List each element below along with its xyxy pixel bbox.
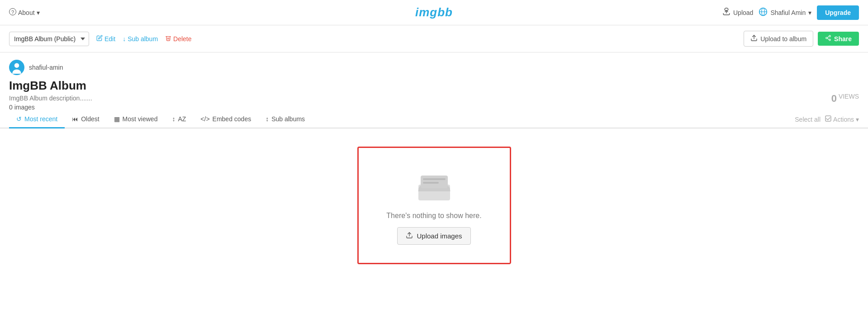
upgrade-button[interactable]: Upgrade <box>817 5 859 20</box>
user-button[interactable]: Shafiul Amin ▾ <box>759 7 811 18</box>
album-bar: ImgBB Album (Public) Edit ↓ Sub album <box>0 25 868 52</box>
actions-chevron-icon: ▾ <box>856 116 859 123</box>
album-bar-left: ImgBB Album (Public) Edit ↓ Sub album <box>9 32 192 46</box>
empty-state-message: There's nothing to show here. <box>386 212 481 220</box>
embed-icon: </> <box>200 115 209 123</box>
main-content: There's nothing to show here. Upload ima… <box>0 128 868 282</box>
empty-state-icon <box>414 166 455 204</box>
upload-images-button[interactable]: Upload images <box>397 227 470 245</box>
navbar: ? About ▾ imgbb Upload <box>0 0 868 25</box>
views-label: VIEWS <box>839 93 859 105</box>
edit-icon <box>96 35 103 43</box>
views-row: 0 VIEWS <box>0 93 868 105</box>
most-recent-icon: ↺ <box>16 115 22 123</box>
user-row: shafiul-amin <box>9 60 859 75</box>
most-viewed-icon: ▦ <box>114 115 120 123</box>
svg-point-8 <box>829 39 831 41</box>
svg-point-6 <box>829 35 831 37</box>
views-count: 0 <box>831 93 837 105</box>
tab-sub-albums[interactable]: ↕ Sub albums <box>258 111 312 128</box>
chevron-down-icon: ▾ <box>37 9 40 16</box>
upload-to-album-label: Upload to album <box>760 35 806 43</box>
tab-most-recent-label: Most recent <box>24 115 57 123</box>
upload-nav-label: Upload <box>733 9 753 16</box>
tab-most-viewed-label: Most viewed <box>123 115 158 123</box>
brand-logo: imgbb <box>415 5 453 19</box>
svg-rect-17 <box>423 178 446 180</box>
select-all-button[interactable]: Select all <box>795 116 821 123</box>
upgrade-label: Upgrade <box>825 9 851 16</box>
oldest-icon: ⏮ <box>72 115 78 123</box>
upload-to-album-button[interactable]: Upload to album <box>744 31 813 47</box>
user-label: Shafiul Amin <box>770 9 806 16</box>
navbar-left: ? About ▾ <box>9 8 40 17</box>
actions-button[interactable]: Actions ▾ <box>825 115 859 123</box>
album-bar-right: Upload to album Share <box>744 31 859 47</box>
edit-button[interactable]: Edit <box>96 35 115 43</box>
tab-az-label: AZ <box>178 115 186 123</box>
svg-point-12 <box>14 63 19 68</box>
tab-sub-albums-label: Sub albums <box>271 115 305 123</box>
svg-point-7 <box>826 37 828 39</box>
subalbum-label: Sub album <box>128 35 158 43</box>
az-icon: ↕ <box>172 115 175 123</box>
about-button[interactable]: ? About ▾ <box>9 8 40 17</box>
tab-oldest[interactable]: ⏮ Oldest <box>65 111 106 128</box>
empty-state-box: There's nothing to show here. Upload ima… <box>357 147 511 264</box>
tabs-left: ↺ Most recent ⏮ Oldest ▦ Most viewed ↕ A… <box>9 111 312 128</box>
tabs-right: Select all Actions ▾ <box>795 115 859 123</box>
album-select[interactable]: ImgBB Album (Public) <box>9 32 89 46</box>
tab-embed-codes[interactable]: </> Embed codes <box>193 111 258 128</box>
upload-nav-button[interactable]: Upload <box>722 8 753 17</box>
about-label: About <box>18 9 35 16</box>
sub-albums-icon: ↕ <box>266 115 269 123</box>
upload-images-icon <box>406 232 413 240</box>
delete-label: Delete <box>173 35 191 43</box>
upload-images-label: Upload images <box>417 232 462 240</box>
avatar <box>9 60 24 75</box>
tab-az[interactable]: ↕ AZ <box>165 111 193 128</box>
share-label: Share <box>834 35 852 43</box>
subalbum-icon: ↓ <box>123 35 126 43</box>
album-title: ImgBB Album <box>9 79 859 93</box>
navbar-center: imgbb <box>415 5 453 19</box>
upload-album-icon <box>750 34 758 43</box>
question-icon: ? <box>9 8 16 17</box>
subalbum-button[interactable]: ↓ Sub album <box>123 35 158 43</box>
tab-oldest-label: Oldest <box>81 115 99 123</box>
tab-most-viewed[interactable]: ▦ Most viewed <box>107 111 165 128</box>
svg-rect-18 <box>423 182 439 184</box>
svg-text:?: ? <box>11 10 14 15</box>
actions-label: Actions <box>833 116 854 123</box>
svg-line-10 <box>827 37 829 38</box>
album-images-count: 0 images <box>9 104 859 111</box>
svg-line-9 <box>827 38 829 39</box>
username: shafiul-amin <box>29 64 63 71</box>
share-button[interactable]: Share <box>818 32 859 46</box>
tabs-bar: ↺ Most recent ⏮ Oldest ▦ Most viewed ↕ A… <box>0 111 868 128</box>
tab-embed-codes-label: Embed codes <box>213 115 251 123</box>
tab-most-recent[interactable]: ↺ Most recent <box>9 111 65 128</box>
globe-icon <box>759 7 768 18</box>
delete-button[interactable]: Delete <box>165 35 191 43</box>
edit-label: Edit <box>104 35 115 43</box>
select-all-label: Select all <box>795 116 821 123</box>
navbar-right: Upload Shafiul Amin ▾ Upgrade <box>722 5 859 20</box>
upload-nav-icon <box>722 8 730 17</box>
user-chevron-icon: ▾ <box>808 9 811 16</box>
actions-checkbox-icon <box>825 115 831 123</box>
share-icon <box>825 35 831 43</box>
trash-icon <box>165 35 171 43</box>
